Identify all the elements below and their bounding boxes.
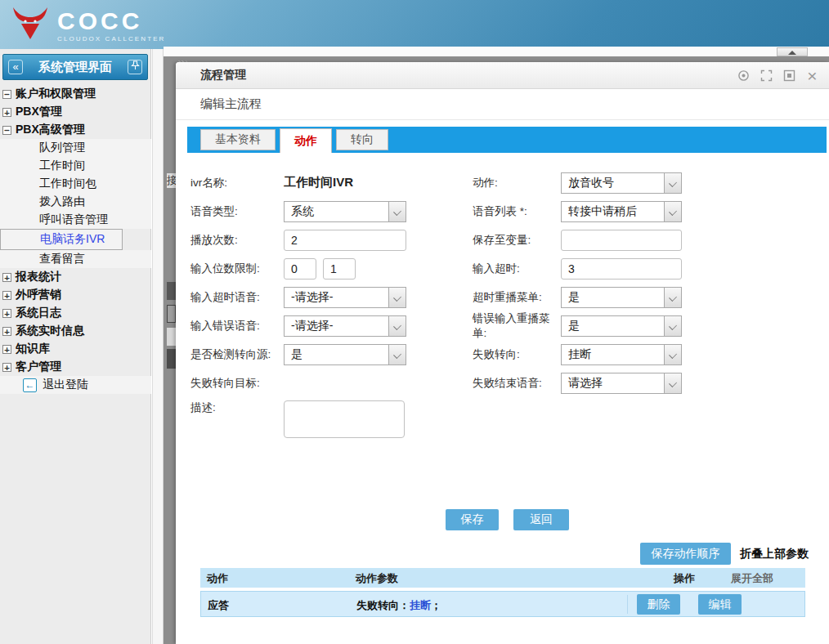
chevron-down-icon <box>664 345 681 364</box>
digits-min-input[interactable] <box>284 258 316 280</box>
tree-plus-icon[interactable]: + <box>2 309 11 318</box>
tree-plus-icon[interactable]: + <box>2 363 11 372</box>
sidebar-splitter[interactable] <box>152 49 164 644</box>
sidebar-item-view-messages[interactable]: 查看留言 <box>0 250 151 268</box>
tab-redirect[interactable]: 转向 <box>336 129 388 150</box>
save-action-order-button[interactable]: 保存动作顺序 <box>640 543 731 565</box>
divider <box>176 119 829 120</box>
pin-icon[interactable] <box>128 60 142 74</box>
refresh-icon[interactable] <box>737 69 751 83</box>
sidebar-title: 系统管理界面 <box>38 60 112 75</box>
fail-end-voice-select[interactable]: 请选择 <box>561 373 682 394</box>
sidebar-item-system-logs[interactable]: +系统日志 <box>0 304 151 322</box>
input-timeout-input[interactable] <box>561 258 682 280</box>
chevron-down-icon <box>664 173 681 193</box>
close-icon[interactable]: × <box>805 69 819 83</box>
sidebar-item-ivr[interactable]: 电脑话务IVR <box>0 229 123 250</box>
col-header-action: 动作 <box>207 571 228 586</box>
tree-plus-icon[interactable]: + <box>2 273 11 282</box>
action-select[interactable]: 放音收号 <box>561 172 682 194</box>
tree-plus-icon[interactable]: + <box>2 108 11 117</box>
timeout-replay-select[interactable]: 是 <box>561 287 682 308</box>
sidebar-item-knowledge-base[interactable]: +知识库 <box>0 340 151 358</box>
tree-minus-icon[interactable]: − <box>2 126 11 135</box>
description-textarea[interactable] <box>284 400 405 438</box>
sidebar-item-pbx-advanced[interactable]: −PBX高级管理 <box>0 121 151 139</box>
tree-plus-icon[interactable]: + <box>2 291 11 300</box>
detect-source-select[interactable]: 是 <box>284 344 406 365</box>
chevron-down-icon <box>664 316 681 336</box>
edit-button[interactable]: 编辑 <box>698 594 742 615</box>
process-management-window: 流程管理 × 编辑主流程 基本资料 动作 转向 ivr名称: 工作时间IVR 动… <box>176 62 829 644</box>
sidebar-item-inbound-route[interactable]: 拨入路由 <box>0 193 151 211</box>
sidebar-item-accounts[interactable]: −账户和权限管理 <box>0 85 151 103</box>
logo-wordmark: COCC <box>57 9 166 34</box>
sidebar-item-queue-mgmt[interactable]: 队列管理 <box>0 139 151 157</box>
restore-icon[interactable] <box>782 69 796 83</box>
detect-source-label: 是否检测转向源: <box>190 347 284 362</box>
chevron-down-icon <box>388 316 406 336</box>
tree-minus-icon[interactable]: − <box>2 90 11 99</box>
play-times-input[interactable] <box>284 230 406 251</box>
voice-type-label: 语音类型: <box>190 204 284 219</box>
tab-action[interactable]: 动作 <box>280 128 332 153</box>
error-voice-select[interactable]: -请选择- <box>284 315 406 337</box>
sidebar-item-outbound-marketing[interactable]: +外呼营销 <box>0 286 151 304</box>
delete-button[interactable]: 删除 <box>637 594 680 615</box>
chevron-down-icon <box>388 288 406 307</box>
save-button[interactable]: 保存 <box>446 509 499 530</box>
maximize-icon[interactable] <box>760 69 773 83</box>
save-var-label: 保存至变量: <box>473 233 561 248</box>
ivr-name-label: ivr名称: <box>190 176 284 190</box>
tab-bar: 基本资料 动作 转向 <box>187 127 827 153</box>
back-button[interactable]: 返回 <box>513 509 569 530</box>
play-times-label: 播放次数: <box>190 233 284 248</box>
row-action-cell: 应答 <box>208 598 229 613</box>
window-title: 流程管理 <box>200 68 246 83</box>
sidebar-item-customer-mgmt[interactable]: +客户管理 <box>0 358 151 376</box>
table-header-row: 动作 动作参数 操作 展开全部 <box>200 568 805 588</box>
error-replay-select[interactable]: 是 <box>561 315 682 337</box>
tab-basic-info[interactable]: 基本资料 <box>200 129 276 150</box>
page-title: 编辑主流程 <box>200 96 262 112</box>
window-titlebar[interactable]: 流程管理 × <box>176 62 829 89</box>
collapse-upper-params-link[interactable]: 折叠上部参数 <box>740 547 809 561</box>
background-fragment <box>167 328 176 346</box>
scrollbar-up-button[interactable] <box>777 47 808 56</box>
fail-redirect-select[interactable]: 挂断 <box>561 344 682 365</box>
app-header: COCC CLOUDOX CALLCENTER <box>0 0 829 49</box>
col-header-params: 动作参数 <box>356 571 398 586</box>
voice-list-label: 语音列表 *: <box>473 204 561 219</box>
chevron-down-icon <box>664 202 681 221</box>
voice-list-select[interactable]: 转接中请稍后 <box>561 201 682 222</box>
timeout-voice-select[interactable]: -请选择- <box>284 287 406 308</box>
save-var-input[interactable] <box>561 230 682 251</box>
logout-icon: ← <box>23 378 37 392</box>
sidebar-item-realtime-info[interactable]: +系统实时信息 <box>0 322 151 340</box>
bull-logo-icon <box>11 7 49 44</box>
tree-plus-icon[interactable]: + <box>2 327 11 336</box>
background-fragment <box>167 282 176 300</box>
tree-plus-icon[interactable]: + <box>2 345 11 354</box>
col-header-operations: 操作 <box>674 571 695 586</box>
voice-type-select[interactable]: 系统 <box>284 201 406 222</box>
sidebar-item-pbx[interactable]: +PBX管理 <box>0 103 151 121</box>
sidebar-item-reports[interactable]: +报表统计 <box>0 268 151 286</box>
background-page-strip <box>164 47 829 56</box>
divider <box>627 595 628 614</box>
background-text-fragment: 接 <box>167 173 176 188</box>
expand-all-link[interactable]: 展开全部 <box>731 571 773 586</box>
chevron-down-icon <box>664 373 681 393</box>
action-form: ivr名称: 工作时间IVR 动作: 放音收号 语音类型: 系统 语音列表 *:… <box>176 168 829 426</box>
sidebar-item-logout[interactable]: ←退出登陆 <box>0 376 151 394</box>
chevron-down-icon <box>388 345 406 364</box>
digits-max-input[interactable] <box>323 258 356 280</box>
sidebar-collapse-icon[interactable]: « <box>8 60 23 74</box>
chevron-down-icon <box>388 202 406 221</box>
sidebar-item-work-time[interactable]: 工作时间 <box>0 157 151 175</box>
sidebar-item-call-voice-mgmt[interactable]: 呼叫语音管理 <box>0 211 151 229</box>
background-fragment <box>167 349 176 369</box>
sidebar-item-work-time-package[interactable]: 工作时间包 <box>0 175 151 193</box>
hangup-link[interactable]: 挂断 <box>410 599 431 611</box>
app-logo: COCC CLOUDOX CALLCENTER <box>11 7 166 44</box>
